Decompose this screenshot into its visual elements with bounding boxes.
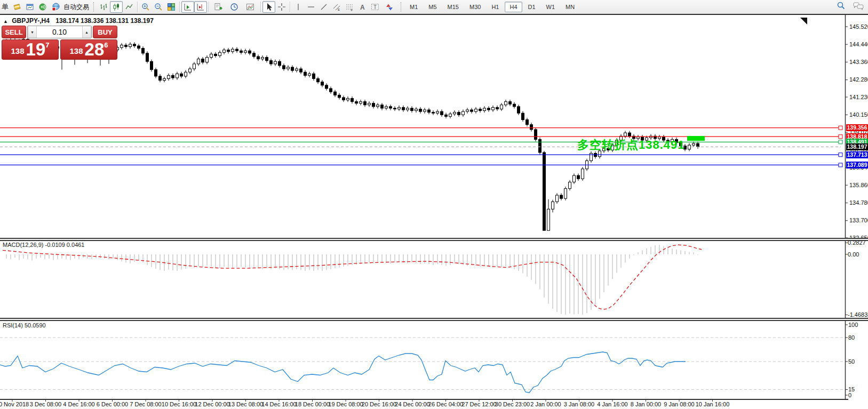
candlestick-icon[interactable] (110, 1, 123, 13)
macd-label: MACD(12,26,9) -0.0109 0.0461 (3, 242, 84, 248)
candle (556, 195, 559, 202)
autotrading-label[interactable]: 自动交易 (63, 3, 89, 12)
new-order-icon[interactable] (11, 1, 23, 13)
buy-price-sup: 6 (104, 42, 108, 49)
rsi-label: RSI(14) 50.0590 (3, 322, 46, 328)
bar-chart-icon[interactable] (97, 1, 110, 13)
candle (159, 76, 162, 81)
equidistant-channel-icon[interactable]: E (330, 1, 343, 13)
sell-button[interactable]: SELL (2, 26, 26, 38)
timeframe-group: M1M5M15M30H1H4D1W1MN (404, 2, 580, 12)
text-icon[interactable]: A (356, 1, 369, 13)
timeframe-m5[interactable]: M5 (424, 2, 441, 12)
candle (432, 113, 435, 114)
volume-value[interactable]: 0.10 (37, 26, 82, 38)
candle (402, 107, 405, 110)
sell-price-big: 19 (26, 41, 46, 58)
scroll-to-end-icon[interactable] (800, 18, 807, 25)
candle (552, 202, 554, 209)
trendline-icon[interactable] (317, 1, 330, 13)
indicators-icon[interactable] (211, 1, 227, 13)
timeframe-mn[interactable]: MN (561, 2, 579, 12)
timeframe-w1[interactable]: W1 (541, 2, 560, 12)
candle (155, 70, 157, 76)
candle (368, 103, 371, 105)
candle (232, 49, 234, 52)
timeframe-h4[interactable]: H4 (505, 2, 522, 12)
svg-text:F: F (351, 9, 353, 12)
fibonacci-icon[interactable]: F (343, 1, 356, 13)
level-handle[interactable] (839, 140, 842, 144)
candle (138, 46, 140, 49)
candle (244, 51, 247, 52)
chart-window-icon[interactable] (23, 1, 36, 13)
chart-shift-icon[interactable] (194, 1, 207, 13)
sell-quote-button[interactable]: 138 19 7 (2, 39, 59, 60)
candle (445, 115, 448, 116)
time-tick-label: 12 Dec 00:00 (195, 401, 229, 407)
toolbar-separator (209, 2, 209, 12)
text-label-icon[interactable]: T (369, 1, 381, 13)
chart-canvas[interactable] (0, 0, 868, 409)
candle (573, 175, 576, 182)
order-shortcut[interactable]: 单 (2, 2, 9, 12)
candle (168, 75, 170, 78)
candle (146, 53, 149, 61)
buy-button[interactable]: BUY (93, 26, 117, 38)
candle (236, 49, 238, 51)
collapse-chart-icon[interactable]: ▲ (3, 19, 8, 24)
candle (441, 111, 443, 115)
zoom-out-icon[interactable] (152, 1, 165, 13)
candle (424, 110, 426, 111)
candles (5, 37, 699, 230)
horizontal-line-icon[interactable] (305, 1, 317, 13)
chat-icon[interactable] (853, 2, 864, 12)
candle (496, 107, 499, 109)
candle (330, 89, 332, 92)
timeframe-h1[interactable]: H1 (487, 2, 504, 12)
candle (121, 45, 123, 47)
vertical-line-icon[interactable] (292, 1, 305, 13)
candle (355, 102, 358, 103)
candle (364, 102, 367, 105)
time-tick-label: 19 Dec 08:00 (328, 401, 363, 407)
level-handle[interactable] (839, 135, 842, 139)
time-tick-label: 3 Dec 08:00 (30, 401, 61, 407)
crosshair-icon[interactable] (275, 1, 288, 13)
candle (300, 69, 302, 72)
buy-price-big: 28 (85, 41, 105, 58)
price-level-chip: 139.356 (846, 124, 868, 131)
periods-icon[interactable] (227, 1, 243, 13)
pane-divider[interactable] (0, 318, 868, 321)
timeframe-m1[interactable]: M1 (405, 2, 423, 12)
templates-icon[interactable] (243, 1, 259, 13)
candle (180, 74, 183, 76)
timeframe-m30[interactable]: M30 (465, 2, 485, 12)
candle (381, 105, 384, 108)
toolbar-grip (93, 2, 95, 12)
autotrading-icon[interactable] (49, 1, 63, 13)
candle (274, 61, 277, 64)
candle (321, 82, 324, 85)
level-handle[interactable] (839, 126, 842, 130)
volume-increase-button[interactable]: ▲ (82, 26, 91, 38)
arrows-shapes-icon[interactable] (381, 1, 399, 13)
price-tick-label: 135.860 (849, 182, 868, 188)
sounds-icon[interactable] (36, 1, 49, 13)
candle (500, 105, 503, 109)
level-handle[interactable] (839, 163, 842, 167)
timeframe-m15[interactable]: M15 (443, 2, 464, 12)
zoom-in-icon[interactable] (139, 1, 152, 13)
tile-windows-icon[interactable] (165, 1, 178, 13)
pane-divider[interactable] (0, 238, 868, 241)
cursor-icon[interactable] (262, 1, 275, 13)
timeframe-d1[interactable]: D1 (523, 2, 540, 12)
buy-quote-button[interactable]: 138 28 6 (60, 39, 117, 60)
search-icon[interactable] (837, 1, 846, 12)
volume-decrease-button[interactable]: ▼ (28, 26, 37, 38)
level-handle[interactable] (839, 153, 842, 157)
line-chart-icon[interactable] (123, 1, 136, 13)
time-tick-label: 24 Dec 00:00 (395, 401, 429, 407)
auto-scroll-icon[interactable] (181, 1, 194, 13)
candle (308, 74, 311, 75)
